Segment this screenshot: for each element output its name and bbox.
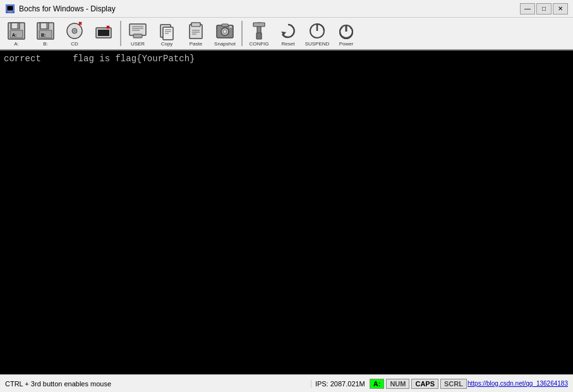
- power-icon: [336, 21, 356, 41]
- svg-rect-5: [12, 23, 17, 28]
- title-bar: Bochs for Windows - Display — □ ✕: [0, 0, 573, 18]
- config-label: CONFIG: [249, 42, 268, 47]
- paste-label: Paste: [190, 42, 202, 47]
- svg-point-15: [74, 30, 76, 32]
- floppy-b-icon: B:: [35, 21, 56, 41]
- window-title: Bochs for Windows - Display: [19, 4, 520, 13]
- toolbar-floppy-a[interactable]: A: A:: [3, 19, 30, 48]
- status-ips: IPS: 2087.021M: [311, 380, 369, 388]
- app-icon: [5, 4, 15, 14]
- toolbar-boot[interactable]: [90, 19, 118, 48]
- toolbar: A: A: B: B: CD: [0, 18, 573, 50]
- toolbar-suspend[interactable]: SUSPEND: [303, 19, 331, 48]
- floppy-a-icon: A:: [6, 21, 27, 41]
- svg-rect-26: [133, 34, 142, 38]
- floppy-b-label: B:: [43, 42, 48, 47]
- cdrom-label: CD: [71, 42, 78, 47]
- svg-text:B:: B:: [41, 33, 45, 37]
- toolbar-sep-1: [120, 21, 121, 46]
- toolbar-cdrom[interactable]: CD: [61, 19, 88, 48]
- toolbar-reset[interactable]: Reset: [274, 19, 302, 48]
- close-button[interactable]: ✕: [553, 3, 568, 15]
- toolbar-sep-2: [241, 21, 243, 46]
- power-label: Power: [339, 42, 354, 47]
- svg-point-40: [223, 30, 227, 33]
- svg-rect-22: [130, 24, 146, 35]
- status-link[interactable]: https://blog.csdn.net/qq_136264183: [467, 380, 570, 387]
- toolbar-floppy-b[interactable]: B: B:: [32, 19, 59, 48]
- svg-rect-10: [41, 23, 46, 28]
- cdrom-icon: [64, 21, 85, 41]
- svg-rect-42: [229, 26, 232, 28]
- svg-rect-44: [253, 23, 265, 27]
- reset-label: Reset: [282, 42, 295, 47]
- reset-icon: [278, 21, 298, 41]
- status-indicators: A: NUM CAPS SCRL: [369, 379, 467, 389]
- suspend-label: SUSPEND: [305, 42, 330, 47]
- copy-icon: [157, 21, 177, 41]
- toolbar-config[interactable]: CONFIG: [245, 19, 273, 48]
- suspend-icon: [307, 21, 327, 41]
- svg-rect-2: [8, 11, 12, 13]
- toolbar-power[interactable]: Power: [332, 19, 360, 48]
- status-badge-caps: CAPS: [411, 379, 438, 389]
- status-bar: CTRL + 3rd button enables mouse IPS: 208…: [0, 374, 573, 392]
- svg-rect-45: [256, 33, 262, 39]
- toolbar-copy[interactable]: Copy: [153, 19, 181, 48]
- svg-rect-41: [222, 24, 228, 27]
- svg-rect-1: [7, 6, 13, 11]
- snapshot-label: Snapshot: [214, 42, 236, 47]
- window-controls: — □ ✕: [520, 3, 568, 15]
- toolbar-user[interactable]: USER: [124, 19, 152, 48]
- status-badge-num: NUM: [386, 379, 409, 389]
- toolbar-snapshot[interactable]: Snapshot: [211, 19, 239, 48]
- status-badge-a: A:: [370, 379, 385, 389]
- maximize-button[interactable]: □: [536, 3, 552, 15]
- display-area[interactable]: correct flag is flag{YourPatch}: [0, 50, 573, 374]
- copy-label: Copy: [161, 42, 173, 47]
- floppy-a-label: A:: [14, 42, 19, 47]
- snapshot-icon: [215, 21, 235, 41]
- user-icon: [128, 21, 148, 41]
- config-icon: [249, 21, 269, 41]
- toolbar-paste[interactable]: Paste: [182, 19, 210, 48]
- user-label: USER: [131, 42, 145, 47]
- svg-marker-46: [281, 32, 286, 35]
- svg-rect-34: [191, 23, 200, 27]
- status-badge-scrl: SCRL: [440, 379, 467, 389]
- display-text: correct flag is flag{YourPatch}: [0, 50, 573, 68]
- boot-icon: [93, 23, 114, 44]
- svg-text:A:: A:: [12, 33, 16, 37]
- svg-rect-19: [98, 30, 109, 36]
- paste-icon: [186, 21, 206, 41]
- status-mouse-info: CTRL + 3rd button enables mouse: [3, 380, 311, 388]
- minimize-button[interactable]: —: [520, 3, 535, 15]
